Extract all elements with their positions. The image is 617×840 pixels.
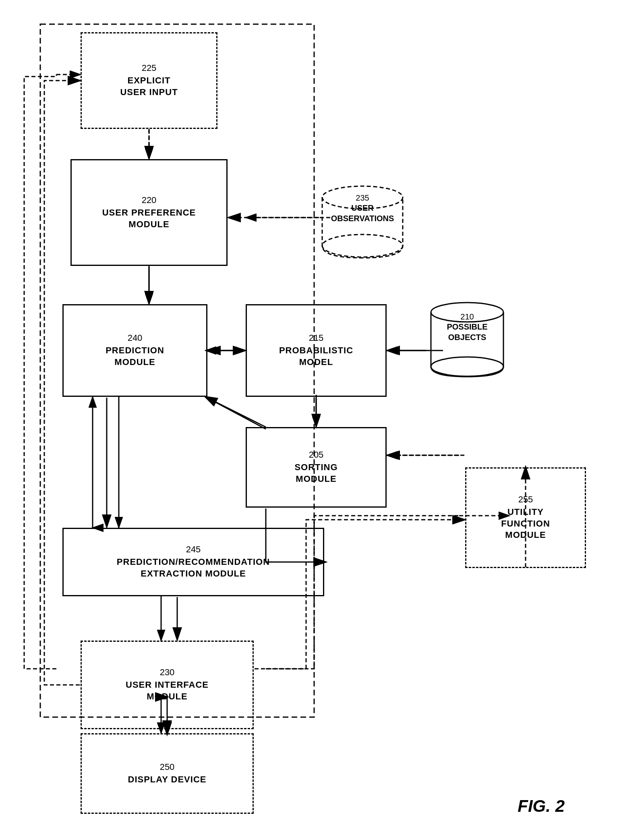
user-preference-module-box: 220 USER PREFERENCEMODULE [70, 159, 228, 266]
prediction-recommendation-label: PREDICTION/RECOMMENDATIONEXTRACTION MODU… [117, 556, 270, 579]
fig-label: FIG. 2 [518, 796, 565, 816]
probabilistic-model-label: PROBABILISTICMODEL [279, 345, 353, 368]
user-preference-module-label: USER PREFERENCEMODULE [102, 207, 196, 230]
display-device-box: 250 DISPLAY DEVICE [81, 733, 254, 814]
user-interface-module-box: 230 USER INTERFACEMODULE [81, 641, 254, 729]
probabilistic-model-box: 215 PROBABILISTICMODEL [246, 304, 387, 397]
utility-function-module-number: 255 [518, 494, 533, 505]
svg-point-20 [322, 234, 403, 257]
user-preference-module-number: 220 [142, 195, 157, 205]
user-observations-cylinder: 235 USEROBSERVATIONS [318, 173, 407, 262]
probabilistic-model-number: 215 [309, 333, 324, 343]
prediction-module-number: 240 [128, 333, 143, 343]
user-interface-module-label: USER INTERFACEMODULE [126, 679, 209, 702]
utility-function-module-box: 255 UTILITYFUNCTIONMODULE [465, 467, 586, 568]
svg-point-22 [431, 357, 503, 376]
svg-line-14 [205, 397, 266, 429]
user-interface-module-number: 230 [160, 667, 175, 678]
explicit-user-input-box: 225 EXPLICITUSER INPUT [81, 32, 217, 129]
prediction-module-box: 240 PREDICTIONMODULE [62, 304, 207, 397]
diagram-container: 225 EXPLICITUSER INPUT 220 USER PREFEREN… [0, 0, 617, 840]
prediction-module-label: PREDICTIONMODULE [106, 345, 164, 368]
display-device-number: 250 [160, 762, 175, 772]
prediction-recommendation-number: 245 [186, 544, 201, 555]
sorting-module-number: 205 [309, 450, 324, 460]
prediction-recommendation-box: 245 PREDICTION/RECOMMENDATIONEXTRACTION … [62, 528, 324, 596]
sorting-module-box: 205 SORTINGMODULE [246, 427, 387, 508]
utility-function-module-label: UTILITYFUNCTIONMODULE [501, 506, 550, 541]
display-device-label: DISPLAY DEVICE [128, 774, 207, 786]
possible-objects-cylinder: 210 POSSIBLEOBJECTS [427, 290, 507, 383]
sorting-module-label: SORTINGMODULE [294, 462, 337, 485]
explicit-user-input-label: EXPLICITUSER INPUT [120, 75, 178, 98]
explicit-user-input-number: 225 [142, 63, 157, 73]
